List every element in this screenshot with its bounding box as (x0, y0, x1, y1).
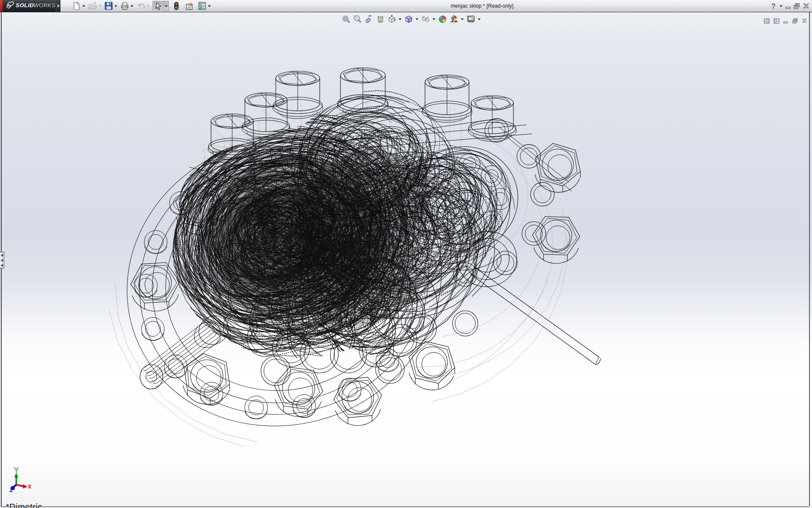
document-title: menjac sklop * [Read-only] (431, 0, 533, 12)
view-orientation-label: *Dimetric (6, 502, 42, 508)
rebuild-button[interactable] (172, 1, 182, 11)
view-settings-button[interactable] (466, 14, 476, 25)
collapse-triangle-icon (1, 259, 3, 262)
print-button[interactable] (120, 1, 130, 11)
save-dropdown[interactable] (114, 1, 118, 11)
collapse-triangle-icon (1, 254, 3, 257)
minimize-button[interactable] (785, 1, 791, 11)
doc-restore-button[interactable] (792, 16, 798, 26)
viewport-right-border (809, 12, 810, 506)
graphics-area[interactable]: *Dimetric (0, 12, 812, 508)
view-orientation-button[interactable] (387, 14, 397, 25)
open-dropdown[interactable] (98, 1, 102, 11)
close-button[interactable] (803, 1, 809, 11)
wireframe-model (0, 12, 812, 508)
hide-show-button[interactable] (420, 14, 431, 25)
svg-text:SOLID: SOLID (16, 2, 34, 8)
select-cursor-dropdown[interactable] (164, 1, 168, 11)
help-button[interactable]: ? (771, 1, 776, 11)
collapse-right-button[interactable] (774, 16, 779, 26)
doc-close-button[interactable] (802, 16, 807, 26)
new-document-dropdown[interactable] (82, 1, 86, 11)
new-document-button[interactable] (71, 1, 82, 11)
select-tool-group (153, 1, 169, 11)
undo-button[interactable] (136, 1, 146, 11)
view-orientation-dropdown[interactable] (397, 14, 403, 25)
title-bar: SOLIDWORKS menjac sklop * [Read-only] ? (0, 0, 812, 12)
brand-area: SOLIDWORKS (0, 0, 60, 12)
feature-manager-collapsed-tab[interactable] (0, 252, 4, 268)
standard-toolbar (60, 0, 213, 12)
solidworks-logo: SOLIDWORKS (3, 0, 56, 12)
menu-expand-arrow[interactable] (56, 0, 60, 12)
zoom-area-button[interactable] (352, 14, 363, 25)
file-properties-button[interactable] (184, 1, 195, 11)
zoom-fit-button[interactable] (341, 14, 351, 25)
open-button[interactable] (88, 1, 98, 11)
viewport-bottom-border (1, 506, 809, 507)
hide-show-dropdown[interactable] (431, 14, 436, 25)
orientation-triad (0, 466, 38, 495)
restore-button[interactable] (793, 1, 800, 11)
view-settings-dropdown[interactable] (476, 14, 482, 25)
save-button[interactable] (104, 1, 114, 11)
svg-text:?: ? (771, 3, 776, 10)
apply-scene-dropdown[interactable] (459, 14, 465, 25)
options-button[interactable] (197, 1, 207, 11)
heads-up-view-toolbar (341, 14, 483, 25)
display-style-button[interactable] (403, 14, 414, 25)
print-dropdown[interactable] (130, 1, 134, 11)
doc-minimize-button[interactable] (783, 16, 788, 26)
undo-dropdown[interactable] (146, 1, 150, 11)
help-dropdown[interactable] (779, 1, 783, 11)
solidworks-window: SOLIDWORKS menjac sklop * [Read-only] ? … (0, 0, 812, 508)
select-cursor-button[interactable] (153, 1, 164, 11)
section-view-button[interactable] (375, 14, 386, 25)
previous-view-button[interactable] (364, 14, 374, 25)
document-window-controls (764, 16, 807, 26)
display-style-dropdown[interactable] (414, 14, 420, 25)
collapse-triangle-icon (1, 264, 3, 267)
apply-scene-button[interactable] (449, 14, 459, 25)
collapse-left-button[interactable] (764, 16, 770, 26)
options-dropdown[interactable] (207, 1, 211, 11)
window-controls: ? (771, 0, 809, 12)
svg-text:WORKS: WORKS (33, 2, 55, 8)
edit-appearance-button[interactable] (437, 14, 448, 25)
